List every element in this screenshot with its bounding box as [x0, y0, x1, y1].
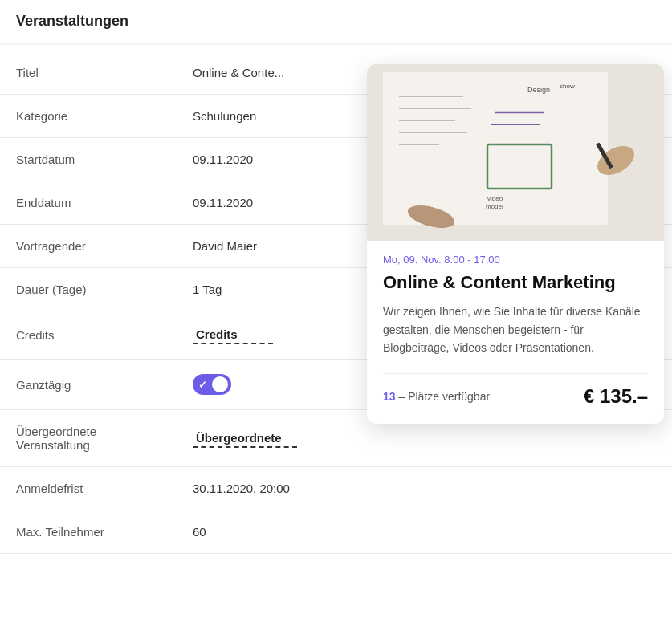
field-value: 60: [177, 510, 672, 554]
page-header: Veranstaltungen: [0, 0, 672, 43]
field-label: Übergeordnete Veranstaltung: [0, 410, 177, 467]
field-label: Titel: [0, 51, 177, 95]
field-label: Enddatum: [0, 181, 177, 225]
card-description: Wir zeigen Ihnen, wie Sie Inhalte für di…: [383, 303, 648, 356]
card-price: € 135.–: [584, 385, 648, 408]
card-body: Mo, 09. Nov. 8:00 - 17:00 Online & Conte…: [367, 241, 664, 424]
places-label: – Plätze verfügbar: [398, 390, 490, 403]
uebergeordnete-input[interactable]: [193, 429, 297, 448]
field-label: Credits: [0, 311, 177, 360]
table-row: Max. Teilnehmer60: [0, 510, 672, 554]
places-count: 13: [383, 390, 396, 403]
credits-input[interactable]: [193, 326, 273, 344]
toggle-switch[interactable]: ✓: [193, 374, 231, 395]
page-title: Veranstaltungen: [16, 13, 656, 30]
svg-text:Design: Design: [527, 86, 550, 94]
card-footer: 13 – Plätze verfügbar € 135.–: [383, 373, 648, 408]
card-image: Design show video model: [367, 64, 664, 241]
field-label: Anmeldefrist: [0, 467, 177, 510]
svg-text:model: model: [486, 203, 503, 210]
field-label: Dauer (Tage): [0, 268, 177, 311]
preview-card: Design show video model Mo, 09. Nov. 8:0…: [367, 64, 664, 424]
field-label: Max. Teilnehmer: [0, 510, 177, 554]
svg-text:show: show: [560, 83, 575, 90]
field-label: Kategorie: [0, 95, 177, 138]
card-title: Online & Content Marketing: [383, 272, 648, 293]
svg-text:video: video: [487, 195, 503, 202]
table-row: Anmeldefrist30.11.2020, 20:00: [0, 467, 672, 510]
field-value: 30.11.2020, 20:00: [177, 467, 672, 510]
field-label: Vortragender: [0, 225, 177, 268]
card-places: 13 – Plätze verfügbar: [383, 390, 490, 403]
field-label: Startdatum: [0, 138, 177, 181]
field-label: Ganztägig: [0, 360, 177, 410]
card-date: Mo, 09. Nov. 8:00 - 17:00: [383, 254, 648, 266]
